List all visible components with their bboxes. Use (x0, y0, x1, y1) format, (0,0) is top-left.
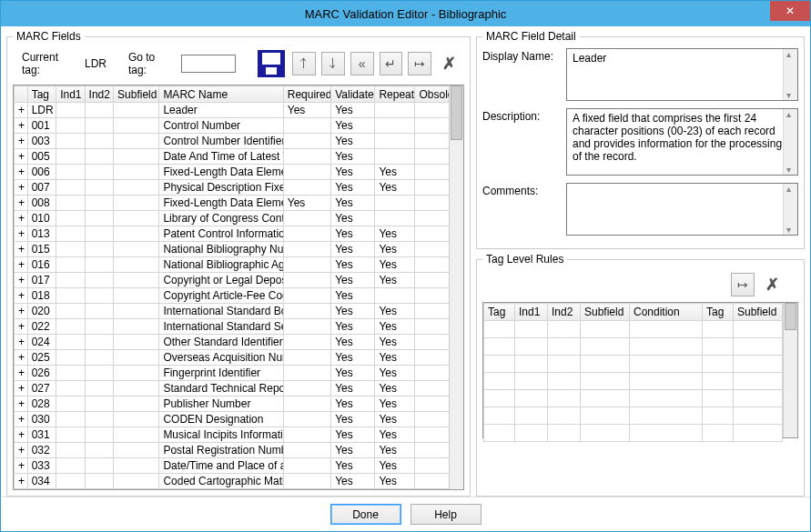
field-detail-panel: MARC Field Detail Display Name: Leader D… (476, 30, 805, 249)
table-row[interactable] (484, 338, 783, 356)
column-header[interactable]: Tag (27, 86, 56, 103)
table-row[interactable]: +001Control NumberYes (15, 118, 463, 134)
column-header[interactable]: Repeat (375, 86, 415, 103)
table-row[interactable]: +031Musical Incipits InformatioYesYes (15, 427, 463, 443)
current-tag-value: LDR (85, 57, 106, 70)
double-caret-icon: « (359, 56, 366, 71)
table-row[interactable]: +016National Bibliographic AgeYesYes (15, 257, 463, 273)
rules-scrollbar[interactable] (783, 303, 797, 437)
table-row[interactable] (484, 321, 783, 338)
forward-icon: ↦ (414, 56, 425, 71)
scroll-thumb[interactable] (785, 303, 796, 330)
table-row[interactable]: +033Date/Time and Place of anYesYes (15, 458, 463, 474)
table-row[interactable]: +018Copyright Article-Fee CodYes (15, 288, 463, 304)
table-row[interactable]: +007Physical Description FixedYesYes (15, 180, 463, 196)
display-name-value: Leader (573, 52, 606, 65)
help-button[interactable]: Help (411, 504, 482, 525)
table-row[interactable]: +017Copyright or Legal DepositYesYes (15, 273, 463, 288)
column-header[interactable]: MARC Name (159, 86, 283, 103)
tag-rules-panel: Tag Level Rules ↦ ✗ TagInd1Ind2SubfieldC… (476, 253, 805, 497)
column-header[interactable]: Required (283, 86, 330, 103)
column-header[interactable]: Subfield (734, 304, 783, 321)
table-row[interactable] (484, 356, 783, 373)
move-down-button[interactable]: 🡓 (321, 52, 345, 75)
table-row[interactable]: +026Fingerprint IdentifierYesYes (15, 366, 463, 381)
column-header[interactable]: Validate (331, 86, 375, 103)
rule-forward-button[interactable]: ↦ (731, 273, 755, 296)
comments-input[interactable] (566, 183, 798, 236)
fields-toolbar: Current tag: LDR Go to tag: 🡑 🡓 « ↵ ↦ ✗ (13, 48, 464, 85)
table-row[interactable]: +008Fixed-Length Data ElemenYesYes (15, 196, 463, 211)
description-value: A fixed field that comprises the first 2… (573, 112, 782, 163)
description-label: Description: (482, 108, 559, 176)
column-header[interactable]: Tag (703, 304, 734, 321)
column-header[interactable]: Ind1 (515, 304, 548, 321)
table-row[interactable] (484, 407, 783, 425)
scroll-icon[interactable] (783, 49, 797, 100)
table-row[interactable]: +013Patent Control InformatiorYesYes (15, 226, 463, 242)
forward-button[interactable]: ↦ (408, 52, 431, 75)
fields-table: TagInd1Ind2SubfieldMARC NameRequiredVali… (14, 85, 463, 489)
column-header[interactable]: Condition (630, 304, 703, 321)
table-row[interactable]: +032Postal Registration NumbeYesYes (15, 443, 463, 458)
table-row[interactable]: +027Standard Technical ReportYesYes (15, 381, 463, 396)
column-header[interactable]: Subfield (581, 304, 630, 321)
right-panel: MARC Field Detail Display Name: Leader D… (476, 30, 805, 497)
column-header[interactable]: Tag (484, 304, 515, 321)
rules-grid[interactable]: TagInd1Ind2SubfieldConditionTagSubfield (482, 302, 798, 438)
table-row[interactable]: +022International Standard SeYesYes (15, 319, 463, 335)
column-header[interactable] (15, 86, 28, 103)
content-area: MARC Fields Current tag: LDR Go to tag: … (1, 26, 810, 497)
tag-rules-legend: Tag Level Rules (482, 253, 567, 266)
move-up-button[interactable]: 🡑 (292, 52, 316, 75)
close-button[interactable]: ✕ (770, 1, 810, 21)
marc-fields-panel: MARC Fields Current tag: LDR Go to tag: … (6, 30, 471, 497)
table-row[interactable]: +003Control Number IdentifierYes (15, 134, 463, 149)
rule-delete-button[interactable]: ✗ (760, 273, 784, 296)
scroll-thumb[interactable] (451, 85, 462, 140)
table-row[interactable]: +006Fixed-Length Data ElemenYesYes (15, 165, 463, 180)
arrow-up-icon: 🡑 (298, 56, 310, 71)
fields-grid[interactable]: TagInd1Ind2SubfieldMARC NameRequiredVali… (13, 85, 464, 490)
table-row[interactable]: +015National Bibliography NumlYesYes (15, 242, 463, 257)
table-row[interactable]: +024Other Standard IdentifierYesYes (15, 335, 463, 350)
arrow-down-icon: 🡓 (327, 56, 340, 71)
table-row[interactable]: +010Library of Congress ContrYes (15, 211, 463, 226)
display-name-input[interactable]: Leader (566, 48, 798, 101)
table-row[interactable]: +020International Standard BoYesYes (15, 304, 463, 319)
column-header[interactable]: Ind1 (56, 86, 85, 103)
display-name-label: Display Name: (482, 48, 559, 101)
close-icon: ✕ (786, 5, 795, 17)
field-detail-legend: MARC Field Detail (482, 30, 580, 43)
column-header[interactable]: Subfield (114, 86, 159, 103)
save-icon (258, 50, 285, 77)
table-row[interactable]: +035System Control NumberYesYes (15, 489, 463, 490)
table-row[interactable]: +030CODEN DesignationYesYes (15, 412, 463, 427)
fields-scrollbar[interactable] (449, 85, 463, 489)
go-to-tag-label: Go to tag: (128, 51, 176, 76)
go-to-tag-input[interactable] (181, 55, 236, 73)
column-header[interactable]: Ind2 (85, 86, 113, 103)
table-row[interactable] (484, 390, 783, 407)
table-row[interactable] (484, 425, 783, 442)
table-row[interactable]: +025Overseas Acquisition NumlYesYes (15, 350, 463, 366)
table-row[interactable]: +034Coded Cartographic MatheYesYes (15, 474, 463, 489)
window-title: MARC Validation Editor - Bibliographic (1, 7, 810, 21)
table-row[interactable]: +005Date And Time of Latest TYes (15, 149, 463, 165)
table-row[interactable] (484, 373, 783, 390)
scroll-icon[interactable] (783, 109, 797, 175)
current-tag-label: Current tag: (22, 51, 79, 76)
collapse-button[interactable]: « (350, 52, 374, 75)
delete-x-icon: ✗ (765, 275, 779, 295)
comments-label: Comments: (482, 183, 559, 236)
description-input[interactable]: A fixed field that comprises the first 2… (566, 108, 798, 176)
delete-button[interactable]: ✗ (437, 52, 461, 75)
done-button[interactable]: Done (330, 504, 401, 525)
column-header[interactable]: Ind2 (548, 304, 581, 321)
table-row[interactable]: +028Publisher NumberYesYes (15, 396, 463, 412)
table-row[interactable]: +LDRLeaderYesYes (15, 103, 463, 118)
save-button[interactable] (256, 48, 287, 79)
footer: Done Help (1, 497, 810, 531)
scroll-icon[interactable] (783, 184, 797, 235)
insert-button[interactable]: ↵ (380, 52, 403, 75)
